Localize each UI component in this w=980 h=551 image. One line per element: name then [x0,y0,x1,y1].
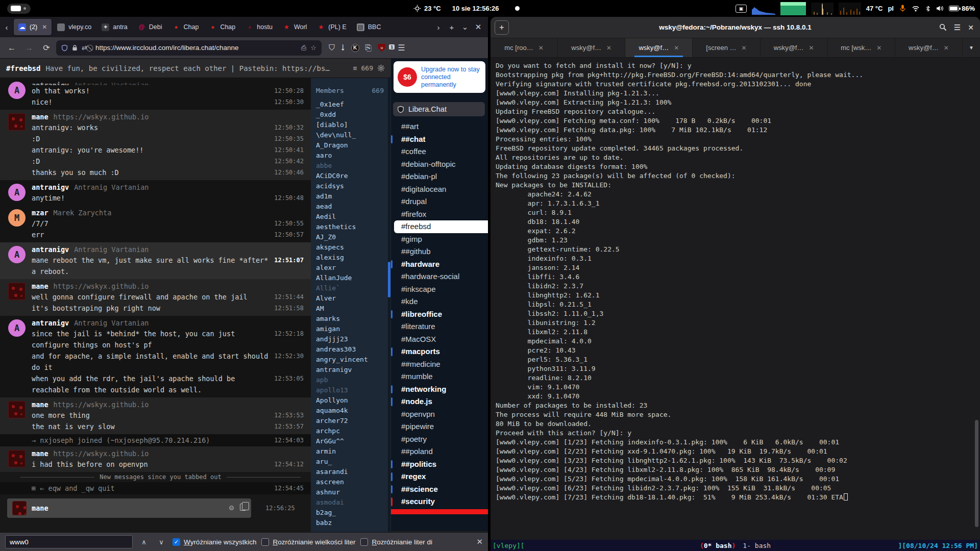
channel-item[interactable]: #macports [391,345,488,358]
member-list-icon[interactable]: ≡ [353,64,357,72]
download-icon[interactable]: ⭣ [341,43,345,53]
channel-item[interactable]: ##science [391,483,488,496]
channel-settings-gear-icon[interactable] [377,64,385,72]
member-item[interactable]: archpc [316,426,391,436]
channel-item[interactable]: ##medicine [391,358,488,371]
terminal-tab-dropdown-icon[interactable]: ▼ [963,38,980,57]
channel-item[interactable]: #MacOSX [391,333,488,346]
member-item[interactable]: asmodai [316,497,391,508]
workspace-indicator[interactable] [7,4,31,14]
member-item[interactable]: ACiDC0re [316,171,391,181]
channel-item[interactable]: #hardware-social [391,270,488,283]
disk-graph-icon[interactable] [839,3,861,15]
match-diacritics-checkbox[interactable]: Rozróżnianie liter di [360,538,432,546]
member-item[interactable]: _0x1eef [316,99,391,110]
member-item[interactable]: \dev\null_ [316,130,391,140]
checkbox-checked-icon[interactable]: ✓ [173,538,180,546]
cpu-graph-icon[interactable] [811,3,834,15]
member-item[interactable]: ashnur [316,487,391,497]
channel-item[interactable]: #openvpn [391,408,488,421]
browser-tab[interactable]: ✦antra [97,19,132,35]
member-item[interactable]: aquamo4k [316,406,391,416]
keyboard-layout[interactable]: pl [888,5,894,12]
browser-tab[interactable]: ◕hostu [241,19,277,35]
channel-item[interactable]: #networking [391,383,488,396]
member-list[interactable]: _0x1eef_0xdd[diablo]\dev\null_A_Dragonaa… [316,99,391,528]
forward-button[interactable]: → [21,43,37,53]
channel-item[interactable]: ##chat [391,133,488,146]
member-item[interactable]: A_Dragon [316,140,391,151]
tab-close-icon[interactable]: ✕ [42,23,47,31]
browser-tab[interactable]: ●Chap [204,19,240,35]
member-item[interactable]: asarandi [316,467,391,477]
menu-icon[interactable]: ☰ [398,43,405,53]
url-bar[interactable]: ⇄ ⃠ https://www.irccloud.com/irc/libera.… [56,40,322,56]
channel-item[interactable]: #node.js [391,395,488,408]
find-prev-button[interactable]: ∧ [138,538,150,546]
back-button[interactable]: ← [4,43,19,53]
channel-item[interactable]: #literature [391,320,488,333]
channel-list[interactable]: ##art##chat#coffee#debian-offtopic#debia… [391,120,488,508]
mem-graph-icon[interactable] [780,2,806,15]
channel-item-selected[interactable]: #freebsd [394,220,488,233]
member-item[interactable]: andjjj23 [316,334,391,344]
screenshot-icon[interactable]: ⎙ [301,44,306,52]
channel-item[interactable]: #security [391,495,488,508]
tab-list-button[interactable]: ⌄ [458,22,472,32]
member-item[interactable]: angry_vincent [316,355,391,365]
bluetooth-icon[interactable] [925,5,931,12]
reload-button[interactable]: ⟳ [39,43,54,53]
member-item[interactable]: alexr [316,263,391,273]
window-close-button[interactable]: ✕ [472,22,485,32]
terminal-tab[interactable]: wsky@f…✕ [895,38,963,57]
message-nick[interactable]: mane [32,449,48,458]
paste-icon[interactable] [240,504,246,511]
emoji-icon[interactable]: ☺ [229,504,234,513]
terminal-tab[interactable]: mc [roo…✕ [491,38,558,57]
terminal-tab-close-icon[interactable]: ✕ [876,44,881,52]
terminal-tab-close-icon[interactable]: ✕ [808,44,814,52]
message-nick[interactable]: mane [32,400,48,409]
terminal-output[interactable]: Do you want to fetch and install it now?… [491,58,980,540]
member-item[interactable]: Apollyon [316,395,391,406]
terminal-tab[interactable]: wsky@f…✕ [761,38,828,57]
checkbox-icon[interactable] [360,538,368,546]
member-item[interactable]: babz [316,518,391,528]
member-item[interactable]: andreas303 [316,344,391,355]
channel-item[interactable]: #regex [391,470,488,483]
terminal-new-tab-button[interactable]: + [495,20,509,35]
sidebar-icon[interactable]: ⛉ [329,43,335,53]
clock[interactable]: 10 sie 12:56:26 [452,5,499,12]
member-item[interactable]: [diablo] [316,120,391,130]
channel-item[interactable]: #libreoffice [391,308,488,321]
terminal-tab-close-icon[interactable]: ✕ [742,44,747,52]
terminal-tab-close-icon[interactable]: ✕ [944,44,949,52]
weather-widget[interactable]: 23 °C [413,5,441,12]
channel-item[interactable]: #pipewire [391,420,488,433]
member-item[interactable]: ArGGu^^ [316,436,391,446]
find-next-button[interactable]: ∨ [155,538,167,546]
lock-icon[interactable] [72,44,78,51]
terminal-tab[interactable]: [screen …✕ [693,38,760,57]
member-item[interactable]: AJ_Z0 [316,232,391,242]
terminal-close-button[interactable]: ✕ [968,23,974,32]
member-item[interactable]: Aedil [316,212,391,222]
member-item[interactable]: _0xdd [316,110,391,120]
battery-indicator[interactable]: 86% [949,5,975,12]
chat-message-area[interactable]: AantranigvAntranig Vartanianoh that work… [0,78,311,532]
member-item[interactable]: aaro [316,151,391,161]
member-item[interactable]: b2ag_ [316,508,391,518]
terminal-tab[interactable]: mc [wsk…✕ [828,38,895,57]
channel-item[interactable]: ##politics [391,458,488,471]
find-input[interactable] [5,535,133,548]
member-item[interactable]: aesthetics [316,222,391,232]
network-header[interactable]: Libera.Chat [393,102,485,116]
members-scrollbar[interactable] [388,78,390,532]
channel-item[interactable]: ##github [391,245,488,258]
members-scrollbar-thumb[interactable] [388,262,390,297]
member-item[interactable]: apb [316,375,391,385]
message-nick[interactable]: mane [32,282,48,290]
checkbox-icon[interactable] [261,538,269,546]
message-nick[interactable]: antranigv [32,81,69,85]
member-item[interactable]: acidsys [316,181,391,191]
